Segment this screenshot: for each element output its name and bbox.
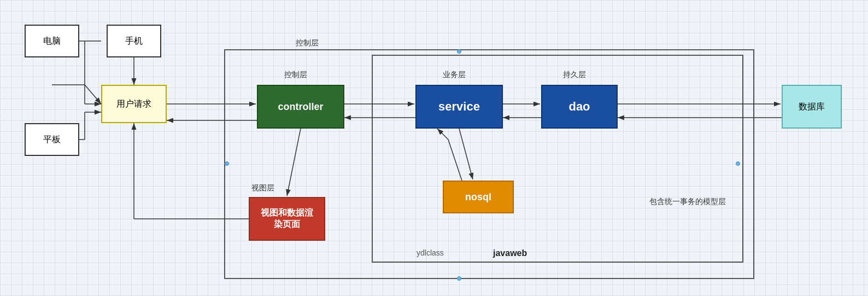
pingban-label: 平板 — [43, 134, 61, 146]
dao-layer-label: 持久层 — [563, 70, 586, 80]
box-dianao: 电脑 — [25, 25, 79, 57]
db-label: 数据库 — [799, 101, 825, 113]
box-db: 数据库 — [782, 85, 842, 129]
dot-bottom-1 — [457, 276, 461, 281]
model-layer-label: 包含统一事务的模型层 — [644, 197, 731, 207]
controller-layer-label2: 控制层 — [284, 70, 307, 80]
controller-label: controller — [278, 101, 323, 113]
box-controller: controller — [257, 85, 344, 129]
diagram-container: 电脑 手机 平板 用户请求 控制层 包含统一事务的模型层 ydlclass ja… — [0, 0, 868, 296]
view-label: 视图和数据渲 染页面 — [261, 207, 313, 230]
dianao-label: 电脑 — [43, 36, 61, 47]
javaweb-label: javaweb — [493, 248, 527, 258]
box-userreq: 用户请求 — [101, 85, 167, 123]
userreq-label: 用户请求 — [116, 98, 151, 110]
view-layer-label: 视图层 — [251, 183, 274, 193]
controller-layer-label: 控制层 — [280, 38, 335, 48]
service-layer-label: 业务层 — [443, 70, 466, 80]
nosql-label: nosql — [465, 191, 491, 203]
dao-label: dao — [568, 100, 590, 114]
box-nosql: nosql — [443, 181, 514, 213]
ydlclass-label: ydlclass — [417, 248, 444, 257]
dot-right-1 — [736, 161, 740, 166]
box-pingban: 平板 — [25, 123, 79, 156]
box-dao: dao — [541, 85, 618, 129]
dot-left-1 — [225, 161, 229, 166]
box-service: service — [415, 85, 503, 129]
service-label: service — [438, 100, 480, 114]
dot-top-1 — [457, 49, 461, 54]
box-shouji: 手机 — [107, 25, 161, 57]
box-view: 视图和数据渲 染页面 — [249, 197, 325, 241]
shouji-label: 手机 — [125, 36, 143, 47]
